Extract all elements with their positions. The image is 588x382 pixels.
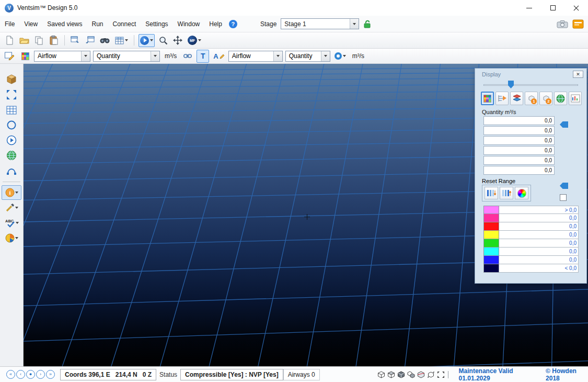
flow-type-select-right[interactable]: Airflow: [228, 51, 283, 62]
menu-view[interactable]: View: [19, 18, 42, 30]
legend-swatch[interactable]: [483, 239, 499, 248]
menu-connect[interactable]: Connect: [108, 18, 141, 30]
verify-tool[interactable]: ABC: [2, 216, 21, 230]
range-field-6[interactable]: [483, 166, 555, 175]
node-colour-button[interactable]: [333, 50, 348, 63]
solid-cube-icon[interactable]: [397, 371, 405, 378]
chevron-down-icon: [273, 51, 282, 61]
metric-select-right[interactable]: Quantity: [285, 51, 330, 62]
animate-flow-tool[interactable]: [2, 133, 21, 148]
wireframe-cube-icon[interactable]: [377, 371, 385, 378]
legend-value[interactable]: 0,0: [499, 214, 579, 222]
import-view-button[interactable]: [69, 34, 82, 47]
circle-tool[interactable]: [2, 118, 21, 132]
tab-graph[interactable]: [569, 92, 582, 105]
range-field-2[interactable]: [483, 126, 555, 135]
spline-tool[interactable]: [2, 163, 21, 178]
fit-extents-icon[interactable]: [437, 371, 445, 378]
info-tool[interactable]: i: [2, 185, 21, 200]
legend-value[interactable]: 0,0: [499, 239, 579, 248]
text-display-toggle[interactable]: T: [197, 50, 209, 63]
reset-range-down-button[interactable]: [485, 187, 498, 199]
menu-file[interactable]: File: [0, 18, 19, 30]
tab-flows[interactable]: [495, 92, 509, 105]
legend-value[interactable]: > 0,0: [499, 206, 579, 214]
legend-swatch[interactable]: [483, 214, 499, 222]
last-view-button[interactable]: »: [46, 370, 55, 379]
shaded-cube-icon[interactable]: [387, 371, 395, 378]
maximize-icon: [550, 5, 556, 10]
legend-value[interactable]: 0,0: [499, 231, 579, 239]
tab-layers[interactable]: [510, 92, 523, 105]
globe-view-tool[interactable]: [2, 148, 21, 163]
spline-curve-icon: [6, 166, 17, 175]
help-icon[interactable]: ?: [229, 20, 237, 28]
range-field-1[interactable]: [483, 116, 555, 125]
menu-settings[interactable]: Settings: [141, 18, 172, 30]
export-view-button[interactable]: [84, 34, 96, 47]
legend-value[interactable]: 0,0: [499, 222, 579, 231]
copy-button[interactable]: [33, 34, 45, 47]
legend-swatch[interactable]: [483, 264, 499, 273]
paste-button[interactable]: [48, 34, 60, 47]
minimize-button[interactable]: [517, 0, 541, 16]
edit-attributes-tool[interactable]: [2, 200, 21, 215]
tab-level-2[interactable]: 2: [539, 92, 552, 105]
tab-colours[interactable]: [481, 92, 494, 105]
legend-swatch[interactable]: [483, 206, 499, 214]
dual-cube-icon[interactable]: [407, 371, 415, 378]
legend-swatch[interactable]: [483, 256, 499, 264]
data-table-button[interactable]: [113, 34, 130, 47]
panel-close-button[interactable]: ✕: [573, 71, 583, 78]
flow-type-select-left[interactable]: Airflow: [34, 51, 90, 62]
stage-select[interactable]: Stage 1: [281, 18, 359, 29]
solid-view-tool[interactable]: [2, 72, 21, 87]
transparency-slider[interactable]: [483, 80, 578, 89]
license-icon[interactable]: [572, 19, 584, 29]
legend-swatch[interactable]: [483, 222, 499, 231]
menu-help[interactable]: Help: [204, 18, 227, 30]
screenshot-camera-icon[interactable]: [557, 20, 568, 28]
legend-value[interactable]: 0,0: [499, 248, 579, 256]
find-button[interactable]: [98, 34, 111, 47]
legend-value[interactable]: < 0,0: [499, 264, 579, 273]
color-scheme-button[interactable]: [515, 187, 528, 199]
grid-view-tool[interactable]: [2, 103, 21, 117]
maximize-button[interactable]: [541, 0, 564, 16]
pan-button[interactable]: [171, 34, 184, 47]
colour-legend-button[interactable]: [19, 50, 31, 63]
viewport-3d[interactable]: Display ✕: [24, 64, 588, 366]
menu-window[interactable]: Window: [173, 18, 205, 30]
chart-tool[interactable]: [2, 231, 21, 245]
rotate-cube-icon[interactable]: [427, 371, 435, 378]
previous-view-button[interactable]: ‹: [16, 370, 25, 379]
new-file-button[interactable]: [3, 34, 16, 47]
label-style-button[interactable]: A: [212, 50, 225, 63]
next-view-button[interactable]: ›: [36, 370, 45, 379]
mf-tool-button[interactable]: MF: [186, 34, 203, 47]
range-field-5[interactable]: [483, 156, 555, 165]
zoom-button[interactable]: [157, 34, 169, 47]
metric-select-left[interactable]: Quantity: [93, 51, 160, 62]
tab-level-1[interactable]: 1: [525, 92, 538, 105]
run-simulation-button[interactable]: [139, 34, 155, 47]
open-file-button[interactable]: [18, 34, 31, 47]
range-field-4[interactable]: [483, 146, 555, 155]
menu-saved-views[interactable]: Saved views: [42, 18, 87, 30]
edit-display-button[interactable]: [3, 50, 16, 63]
current-view-button[interactable]: ●: [26, 370, 35, 379]
fit-view-tool[interactable]: [2, 87, 21, 102]
legend-value[interactable]: 0,0: [499, 256, 579, 264]
reset-range-up-button[interactable]: [500, 187, 513, 199]
legend-swatch[interactable]: [483, 248, 499, 256]
legend-swatch[interactable]: [483, 231, 499, 239]
menu-run[interactable]: Run: [87, 18, 108, 30]
slider-thumb[interactable]: [508, 81, 514, 88]
slice-cube-icon[interactable]: [417, 371, 425, 378]
range-field-3[interactable]: [483, 136, 555, 145]
close-button[interactable]: [564, 0, 588, 16]
link-button[interactable]: [181, 50, 194, 63]
range-lock-checkbox[interactable]: [560, 194, 567, 201]
first-view-button[interactable]: «: [6, 370, 15, 379]
tab-globe[interactable]: [554, 92, 567, 105]
